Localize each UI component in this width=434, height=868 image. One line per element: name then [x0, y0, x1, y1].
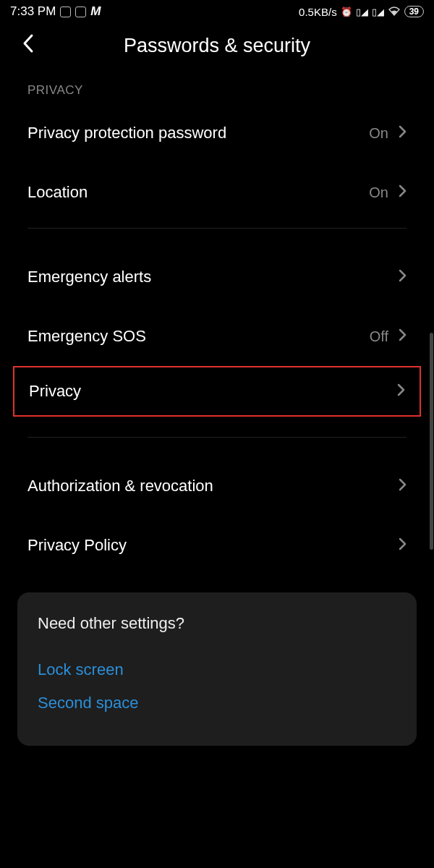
- row-value: On: [369, 184, 388, 201]
- wifi-icon: [388, 6, 401, 18]
- back-button[interactable]: [22, 33, 35, 59]
- status-left: 7:33 PM M: [10, 4, 101, 19]
- network-speed: 0.5KB/s: [299, 6, 337, 18]
- chevron-right-icon: [399, 477, 407, 495]
- divider: [27, 437, 407, 438]
- card-title: Need other settings?: [38, 614, 396, 633]
- row-emergency-sos[interactable]: Emergency SOS Off: [0, 307, 434, 366]
- app-icon-1: [60, 7, 71, 17]
- row-label: Privacy protection password: [27, 124, 226, 142]
- header: Passwords & security: [0, 22, 434, 77]
- status-time: 7:33 PM: [10, 4, 56, 19]
- chevron-right-icon: [397, 382, 405, 401]
- row-label: Privacy Policy: [27, 536, 127, 555]
- other-settings-card: Need other settings? Lock screen Second …: [17, 592, 417, 746]
- link-lock-screen[interactable]: Lock screen: [38, 653, 396, 686]
- app-icon-2: [75, 7, 86, 17]
- row-location[interactable]: Location On: [0, 163, 434, 222]
- row-label: Authorization & revocation: [27, 477, 213, 495]
- link-second-space[interactable]: Second space: [38, 686, 396, 720]
- page-title: Passwords & security: [14, 35, 420, 57]
- row-emergency-alerts[interactable]: Emergency alerts: [0, 234, 434, 307]
- row-authorization-revocation[interactable]: Authorization & revocation: [0, 443, 434, 516]
- row-privacy-policy[interactable]: Privacy Policy: [0, 516, 434, 575]
- battery-indicator: 39: [404, 6, 424, 17]
- row-value: On: [369, 125, 388, 142]
- row-label: Location: [27, 183, 88, 202]
- chevron-right-icon: [399, 536, 407, 555]
- divider: [27, 228, 407, 229]
- chevron-right-icon: [399, 183, 407, 202]
- app-icon-m: M: [90, 4, 101, 19]
- chevron-right-icon: [399, 268, 407, 286]
- row-label: Emergency SOS: [27, 327, 146, 346]
- row-value: Off: [370, 328, 388, 345]
- volte-icon-2: ▯◢: [372, 7, 384, 17]
- row-privacy-protection-password[interactable]: Privacy protection password On: [0, 103, 434, 163]
- row-privacy[interactable]: Privacy: [14, 367, 420, 415]
- chevron-right-icon: [399, 327, 407, 346]
- row-label: Privacy: [29, 382, 81, 401]
- alarm-icon: ⏰: [341, 7, 352, 17]
- volte-icon-1: ▯◢: [356, 7, 368, 17]
- highlight-privacy: Privacy: [13, 366, 421, 417]
- chevron-right-icon: [399, 124, 407, 142]
- status-right: 0.5KB/s ⏰ ▯◢ ▯◢ 39: [299, 6, 424, 18]
- status-bar: 7:33 PM M 0.5KB/s ⏰ ▯◢ ▯◢ 39: [0, 0, 434, 22]
- section-header-privacy: PRIVACY: [0, 77, 434, 103]
- row-label: Emergency alerts: [27, 268, 151, 286]
- scrollbar[interactable]: [430, 333, 433, 550]
